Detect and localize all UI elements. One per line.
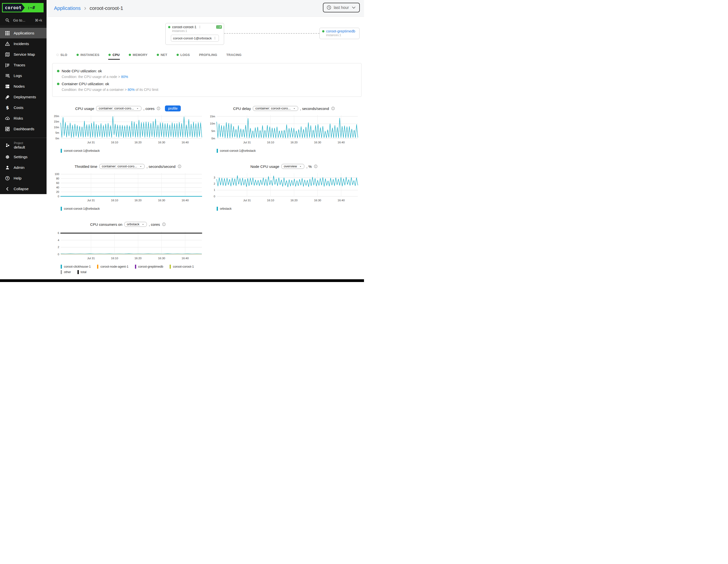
svg-text:Jul 31: Jul 31	[87, 257, 95, 260]
dependency-link[interactable]: coroot-greptimedb	[326, 29, 355, 33]
chart-plot: Jul 3116:1016:2016:3016:400246	[52, 229, 204, 263]
sidebar-item-service-map[interactable]: Service Map	[0, 49, 47, 60]
caret-down-icon	[139, 165, 142, 168]
chart-selector-dropdown[interactable]: container: coroot-coro...	[96, 106, 141, 111]
info-icon[interactable]	[162, 222, 166, 226]
breadcrumb: Applications coroot-coroot-1	[54, 5, 123, 11]
dependency-card: coroot-greptimedb instances:1	[319, 28, 360, 39]
svg-text:0: 0	[58, 253, 59, 256]
sidebar-item-collapse[interactable]: Collapse	[0, 183, 47, 194]
sidebar-divider	[0, 138, 47, 138]
breadcrumb-applications-link[interactable]: Applications	[54, 5, 81, 11]
kebab-menu-icon[interactable]	[198, 25, 202, 29]
svg-text:Jul 31: Jul 31	[243, 199, 251, 202]
legend-item-coroot-node-agent-1[interactable]: coroot-node-agent-1	[97, 265, 128, 269]
chart-selector-dropdown[interactable]: orbstack	[124, 222, 147, 227]
legend-item-total[interactable]: total	[78, 270, 87, 274]
legend-item-coroot-coroot-1[interactable]: coroot-coroot-1	[170, 265, 194, 269]
sidebar-item-applications[interactable]: Applications	[0, 28, 47, 38]
legend-label: coroot-coroot-1	[173, 265, 194, 268]
svg-text:0: 0	[58, 195, 59, 198]
sidebar: coroot :~# Go to... ⌘+k ApplicationsInci…	[0, 0, 47, 194]
threshold-link[interactable]: 80%	[121, 75, 128, 79]
sidebar-item-traces[interactable]: Traces	[0, 60, 47, 70]
sidebar-item-incidents[interactable]: Incidents	[0, 38, 47, 49]
svg-text:16:20: 16:20	[290, 199, 298, 202]
chart-plot: Jul 3116:1016:2016:3016:40020406080100	[52, 171, 204, 205]
status-dot	[168, 26, 170, 28]
breadcrumb-current-page: coroot-coroot-1	[90, 5, 123, 11]
chart-header: CPU delaycontainer: coroot-coro..., seco…	[208, 105, 360, 112]
instance-box[interactable]: coroot-coroot-1@orbstack	[171, 35, 219, 42]
tab-instances[interactable]: INSTANCES	[76, 51, 100, 60]
rocket-icon	[5, 95, 10, 100]
sidebar-item-label: Incidents	[14, 42, 29, 46]
time-range-picker[interactable]: last hour	[323, 3, 360, 12]
status-dot	[322, 30, 324, 32]
legend-item-orbstack[interactable]: orbstack	[217, 207, 232, 211]
caret-down-icon	[299, 165, 302, 168]
sidebar-item-nodes[interactable]: Nodes	[0, 81, 47, 92]
tab-profiling[interactable]: PROFILING	[199, 51, 217, 60]
sidebar-item-label: Settings	[14, 155, 27, 159]
tab-tracing[interactable]: TRACING	[226, 51, 242, 60]
svg-text:3: 3	[214, 176, 215, 179]
svg-text:100: 100	[55, 173, 59, 176]
svg-text:?: ?	[7, 177, 8, 179]
sidebar-item-deployments[interactable]: Deployments	[0, 92, 47, 102]
legend-color-swatch	[135, 265, 136, 269]
sidebar-item-label: Logs	[14, 74, 22, 78]
tab-bar: SLOINSTANCESCPUMEMORYNETLOGSPROFILINGTRA…	[56, 51, 364, 60]
legend-item-coroot-coroot-1-orbstack[interactable]: coroot-coroot-1@orbstack	[61, 207, 100, 211]
legend-color-swatch	[61, 270, 62, 274]
legend-item-coroot-coroot-1-orbstack[interactable]: coroot-coroot-1@orbstack	[217, 149, 256, 153]
sidebar-item-help[interactable]: ?Help	[0, 173, 47, 183]
chart-selector-dropdown[interactable]: container: coroot-coro...	[99, 164, 145, 169]
legend-item-coroot-clickhouse-1[interactable]: coroot-clickhouse-1	[61, 265, 91, 269]
tab-slo[interactable]: SLO	[56, 51, 68, 60]
tab-status-dot	[129, 54, 131, 56]
tab-label: LOGS	[181, 53, 190, 57]
sidebar-item-logs[interactable]: Logs	[0, 70, 47, 81]
sidebar-item-settings[interactable]: Settings	[0, 152, 47, 162]
info-icon[interactable]	[178, 164, 182, 168]
svg-text:16:10: 16:10	[111, 257, 118, 260]
chart-unit-suffix: , cores	[149, 222, 160, 227]
goto-search[interactable]: Go to... ⌘+k	[5, 18, 42, 23]
kebab-menu-icon[interactable]	[213, 36, 217, 40]
sidebar-item-dashboards[interactable]: Dashboards	[0, 124, 47, 134]
legend-item-coroot-greptimedb[interactable]: coroot-greptimedb	[135, 265, 163, 269]
sidebar-item-admin[interactable]: Admin	[0, 162, 47, 173]
legend-label: coroot-coroot-1@orbstack	[64, 207, 100, 210]
chart-cpu-consumers: CPU consumers onorbstack, coresJul 3116:…	[52, 221, 204, 274]
chart-selector-dropdown[interactable]: container: coroot-coro...	[253, 106, 298, 111]
dollar-icon: $	[5, 105, 10, 110]
chart-unit-suffix: , %	[306, 164, 312, 169]
sidebar-item-costs[interactable]: $Costs	[0, 102, 47, 113]
tab-cpu[interactable]: CPU	[108, 51, 120, 60]
info-icon[interactable]	[314, 164, 318, 168]
tab-net[interactable]: NET	[156, 51, 168, 60]
legend-item-other[interactable]: other	[61, 270, 71, 274]
project-selector[interactable]: Project default	[0, 139, 47, 152]
profile-button[interactable]: profile	[165, 105, 181, 111]
chart-legend: coroot-coroot-1@orbstack	[52, 149, 204, 153]
sidebar-item-risks[interactable]: Risks	[0, 113, 47, 124]
svg-text:16:40: 16:40	[338, 199, 345, 202]
info-icon[interactable]	[156, 106, 160, 110]
tab-logs[interactable]: LOGS	[176, 51, 190, 60]
svg-text:5m: 5m	[55, 131, 59, 134]
chart-selector-dropdown[interactable]: overview	[281, 164, 304, 169]
svg-text:$: $	[6, 105, 9, 110]
threshold-link[interactable]: 80%	[128, 88, 135, 92]
chart-title: CPU delay	[233, 106, 251, 111]
legend-item-coroot-coroot-1-orbstack[interactable]: coroot-coroot-1@orbstack	[61, 149, 100, 153]
check-title-text: Container CPU utilization: ok	[62, 82, 109, 86]
tab-status-dot	[157, 54, 159, 56]
chart-node-cpu-usage: Node CPU usageoverview, %Jul 3116:1016:2…	[208, 163, 360, 211]
svg-text:16:30: 16:30	[314, 199, 321, 202]
info-icon[interactable]	[331, 106, 335, 110]
coroot-logo[interactable]: coroot :~#	[2, 3, 44, 12]
svg-text:20: 20	[56, 190, 59, 193]
tab-memory[interactable]: MEMORY	[129, 51, 148, 60]
